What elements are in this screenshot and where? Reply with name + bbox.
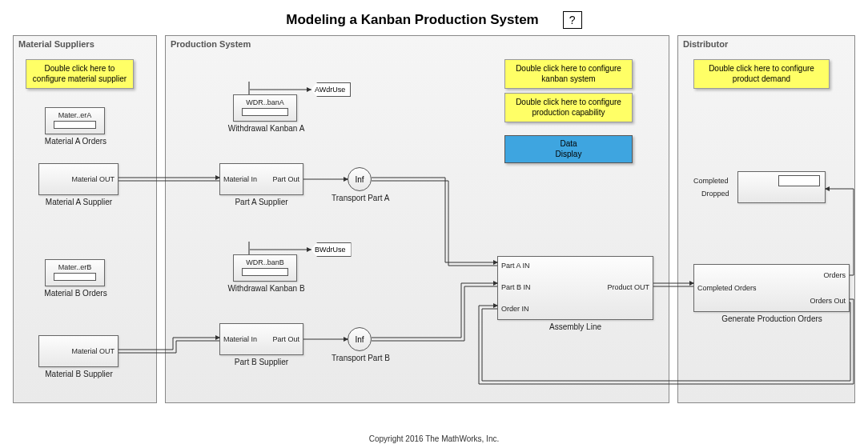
port-part-a-out: Part Out: [272, 175, 299, 183]
queue-bar-icon: [242, 108, 288, 116]
label-wdr-a-inner: WDR..banA: [234, 98, 296, 106]
port-genorders-orders: Orders: [823, 271, 846, 279]
note-configure-production[interactable]: Double click here to configure productio…: [504, 93, 633, 122]
caption-part-b-supplier: Part B Supplier: [223, 358, 299, 366]
block-withdrawal-kanban-a[interactable]: WDR..banA: [233, 94, 297, 122]
help-button[interactable]: ?: [563, 11, 582, 29]
block-transport-part-b[interactable]: Inf: [348, 327, 372, 351]
port-part-b-in: Material In: [223, 335, 257, 343]
queue-bar-icon: [242, 268, 288, 276]
region-label-suppliers: Material Suppliers: [18, 39, 94, 49]
port-material-b-out: Material OUT: [71, 347, 115, 355]
block-material-b-supplier[interactable]: Material OUT: [38, 335, 119, 367]
block-material-a-orders[interactable]: Mater..erA: [45, 107, 105, 134]
port-assembly-part-a: Part A IN: [501, 262, 530, 270]
block-part-b-supplier[interactable]: Material In Part Out: [219, 323, 303, 355]
caption-part-a-supplier: Part A Supplier: [223, 198, 299, 206]
note-configure-kanban[interactable]: Double click here to configure kanban sy…: [504, 59, 633, 89]
note-data-display[interactable]: Data Display: [504, 135, 633, 163]
goto-tag-bwdruse[interactable]: BWdrUse: [311, 242, 352, 257]
port-genorders-orders-out: Orders Out: [810, 297, 846, 305]
port-display-completed: Completed: [693, 177, 729, 185]
caption-assembly-line: Assembly Line: [541, 322, 609, 331]
port-assembly-product-out: Product OUT: [607, 283, 649, 291]
block-assembly-line[interactable]: Part A IN Part B IN Order IN Product OUT: [497, 256, 653, 320]
block-material-b-orders[interactable]: Mater..erB: [45, 259, 105, 286]
block-transport-part-a[interactable]: Inf: [348, 167, 372, 191]
display-readout-icon: [778, 175, 820, 186]
goto-tag-awdruse[interactable]: AWdrUse: [311, 82, 351, 97]
block-withdrawal-kanban-b[interactable]: WDR..banB: [233, 254, 297, 282]
note-configure-demand[interactable]: Double click here to configure product d…: [693, 59, 830, 89]
queue-bar-icon: [54, 273, 96, 281]
antenna-icon: [248, 242, 250, 254]
port-part-a-in: Material In: [223, 175, 257, 183]
caption-withdrawal-kanban-b: Withdrawal Kanban B: [224, 284, 308, 293]
caption-material-b-orders: Material B Orders: [42, 289, 110, 298]
caption-withdrawal-kanban-a: Withdrawal Kanban A: [224, 124, 308, 133]
region-label-distributor: Distributor: [683, 39, 728, 49]
label-mat-b-orders-inner: Mater..erB: [46, 263, 104, 271]
caption-transport-part-a: Transport Part A: [332, 194, 389, 202]
footer-copyright: Copyright 2016 The MathWorks, Inc.: [0, 434, 868, 443]
port-part-b-out: Part Out: [272, 335, 299, 343]
label-mat-a-orders-inner: Mater..erA: [46, 111, 104, 119]
region-distributor: Distributor: [677, 35, 855, 403]
caption-material-a-supplier: Material A Supplier: [37, 198, 121, 206]
diagram-canvas: Material Suppliers Production System Dis…: [13, 35, 855, 411]
block-display[interactable]: Completed Dropped: [737, 171, 826, 203]
label-wdr-b-inner: WDR..banB: [234, 258, 296, 266]
port-assembly-order-in: Order IN: [501, 305, 529, 313]
block-part-a-supplier[interactable]: Material In Part Out: [219, 163, 303, 195]
page-title: Modeling a Kanban Production System: [286, 12, 538, 28]
port-assembly-part-b: Part B IN: [501, 283, 531, 291]
port-genorders-completed: Completed Orders: [697, 284, 757, 292]
queue-bar-icon: [54, 121, 96, 129]
block-generate-production-orders[interactable]: Completed Orders Orders Orders Out: [693, 264, 850, 312]
region-label-production: Production System: [171, 39, 251, 49]
caption-material-b-supplier: Material B Supplier: [37, 370, 121, 378]
port-display-dropped: Dropped: [701, 190, 729, 198]
caption-generate-production-orders: Generate Production Orders: [708, 314, 836, 323]
port-material-a-out: Material OUT: [71, 175, 115, 183]
block-material-a-supplier[interactable]: Material OUT: [38, 163, 119, 195]
caption-transport-part-b: Transport Part B: [332, 354, 389, 362]
antenna-icon: [248, 82, 250, 94]
caption-material-a-orders: Material A Orders: [42, 137, 110, 146]
note-configure-suppliers[interactable]: Double click here to configure material …: [26, 59, 134, 89]
